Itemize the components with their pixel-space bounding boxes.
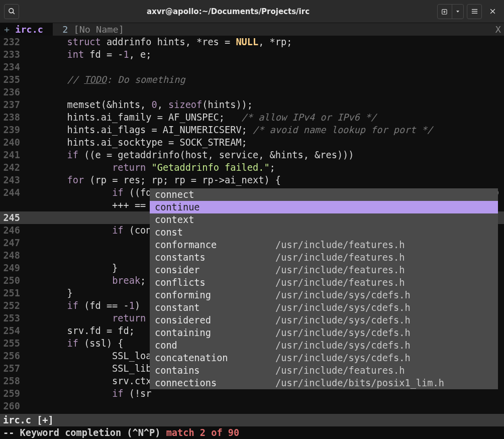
close-icon: [489, 8, 496, 15]
line-number: 251: [0, 287, 22, 299]
completion-item[interactable]: consider/usr/include/features.h: [150, 264, 498, 276]
code-text: if ((e = getaddrinfo(host, service, &hin…: [22, 149, 504, 161]
completion-word: const: [155, 226, 275, 239]
completion-item[interactable]: context: [150, 213, 498, 226]
cmdline-match: match 2 of 90: [166, 427, 240, 438]
code-text: struct addrinfo hints, *res = NULL, *rp;: [22, 36, 504, 48]
code-line: 232 struct addrinfo hints, *res = NULL, …: [0, 36, 504, 48]
line-number: 237: [0, 98, 22, 111]
line-number: 258: [0, 375, 22, 387]
completion-word: cond: [155, 339, 275, 352]
line-number: 245: [0, 211, 22, 224]
completion-word: context: [155, 213, 275, 226]
completion-word: constant: [155, 301, 275, 314]
completion-item[interactable]: continue: [150, 201, 498, 213]
window-title: axvr@apollo:~/Documents/Projects/irc: [23, 7, 433, 16]
status-line: irc.c [+]: [0, 414, 504, 426]
command-line: -- Keyword completion (^N^P) match 2 of …: [0, 426, 504, 439]
completion-item[interactable]: connections/usr/include/bits/posix1_lim.…: [150, 377, 498, 389]
tabline-close[interactable]: X: [495, 23, 504, 36]
completion-item[interactable]: constant/usr/include/sys/cdefs.h: [150, 301, 498, 314]
line-number: 249: [0, 262, 22, 274]
line-number: 248: [0, 249, 22, 262]
completion-word: concatenation: [155, 352, 275, 364]
titlebar: axvr@apollo:~/Documents/Projects/irc: [0, 0, 504, 23]
code-line: 239 hints.ai_flags = AI_NUMERICSERV; /* …: [0, 124, 504, 136]
line-number: 255: [0, 337, 22, 350]
code-line: 241 if ((e = getaddrinfo(host, service, …: [0, 149, 504, 161]
line-number: 246: [0, 224, 22, 237]
line-number: 259: [0, 387, 22, 400]
new-tab-dropdown[interactable]: [452, 4, 464, 19]
code-text: for (rp = res; rp; rp = rp->ai_next) {: [22, 174, 504, 186]
code-text: [22, 400, 504, 412]
tab-active-name: irc.c: [15, 24, 43, 35]
code-line: 242 return "Getaddrinfo failed.";: [0, 161, 504, 174]
new-tab-button[interactable]: [437, 4, 452, 19]
completion-item[interactable]: considered/usr/include/sys/cdefs.h: [150, 314, 498, 326]
tab-inactive[interactable]: 2 [No Name]: [53, 23, 128, 36]
completion-file: /usr/include/sys/cdefs.h: [275, 289, 411, 301]
completion-item[interactable]: cond/usr/include/sys/cdefs.h: [150, 339, 498, 352]
tab-modified-marker: +: [4, 24, 10, 35]
line-number: 244: [0, 186, 22, 199]
completion-word: constants: [155, 251, 275, 264]
completion-file: /usr/include/bits/posix1_lim.h: [275, 377, 444, 389]
line-number: 242: [0, 161, 22, 174]
completion-word: conforming: [155, 289, 275, 301]
completion-word: conformance: [155, 239, 275, 251]
completion-item[interactable]: conformance/usr/include/features.h: [150, 239, 498, 251]
line-number: 253: [0, 312, 22, 324]
code-text: return "Getaddrinfo failed.";: [22, 161, 504, 174]
line-number: 232: [0, 36, 22, 48]
line-number: 236: [0, 86, 22, 98]
code-text: hints.ai_flags = AI_NUMERICSERV; /* avoi…: [22, 124, 504, 136]
line-number: 252: [0, 299, 22, 312]
completion-item[interactable]: conflicts/usr/include/features.h: [150, 276, 498, 289]
vim-tabline: + irc.c 2 [No Name] X: [0, 23, 504, 36]
completion-item[interactable]: connect: [150, 188, 498, 201]
completion-file: /usr/include/sys/cdefs.h: [275, 339, 411, 352]
line-number: 243: [0, 174, 22, 186]
tab-id: 2: [62, 24, 68, 35]
completion-item[interactable]: conforming/usr/include/sys/cdefs.h: [150, 289, 498, 301]
completion-word: considered: [155, 314, 275, 326]
tab-active[interactable]: + irc.c: [0, 23, 53, 36]
completion-item[interactable]: constants/usr/include/features.h: [150, 251, 498, 264]
code-text: // TODO: Do something: [22, 73, 504, 86]
code-text: [22, 86, 504, 98]
completion-file: /usr/include/features.h: [275, 364, 405, 377]
completion-item[interactable]: containing/usr/include/sys/cdefs.h: [150, 326, 498, 339]
new-tab-icon: [441, 8, 448, 15]
search-icon: [8, 8, 16, 15]
line-number: 233: [0, 48, 22, 61]
code-line: 234: [0, 61, 504, 73]
completion-file: /usr/include/sys/cdefs.h: [275, 352, 411, 364]
cmdline-mode: -- Keyword completion (^N^P): [3, 427, 166, 438]
line-number: 241: [0, 149, 22, 161]
code-line: 235 // TODO: Do something: [0, 73, 504, 86]
completion-word: conflicts: [155, 276, 275, 289]
search-button[interactable]: [4, 4, 19, 19]
completion-item[interactable]: contains/usr/include/features.h: [150, 364, 498, 377]
code-text: hints.ai_socktype = SOCK_STREAM;: [22, 136, 504, 149]
completion-word: connections: [155, 377, 275, 389]
completion-file: /usr/include/features.h: [275, 239, 405, 251]
completion-item[interactable]: concatenation/usr/include/sys/cdefs.h: [150, 352, 498, 364]
line-number: 250: [0, 274, 22, 287]
new-tab-split: [437, 4, 464, 19]
completion-item[interactable]: const: [150, 226, 498, 239]
tab-inactive-name: [No Name]: [74, 24, 124, 35]
hamburger-icon: [471, 8, 478, 15]
line-number: [0, 199, 22, 211]
line-number: 257: [0, 362, 22, 375]
menu-button[interactable]: [467, 4, 482, 19]
code-line: 233 int fd = -1, e;: [0, 48, 504, 61]
completion-file: /usr/include/sys/cdefs.h: [275, 326, 411, 339]
completion-popup[interactable]: connectcontinuecontextconstconformance/u…: [150, 188, 498, 389]
code-line: 238 hints.ai_family = AF_UNSPEC; /* allo…: [0, 111, 504, 124]
svg-line-1: [13, 12, 14, 14]
code-line: 240 hints.ai_socktype = SOCK_STREAM;: [0, 136, 504, 149]
close-button[interactable]: [485, 4, 500, 19]
line-number: 256: [0, 350, 22, 362]
